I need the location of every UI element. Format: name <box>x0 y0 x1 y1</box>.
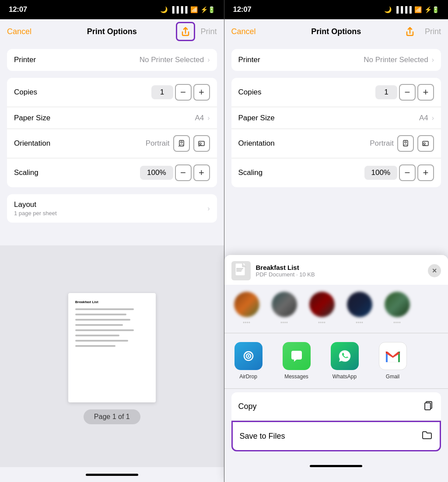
sheet-close-button[interactable]: ✕ <box>428 264 441 277</box>
left-paper-size-value: A4 <box>195 114 204 122</box>
left-scaling-value: 100% <box>140 166 173 180</box>
left-scaling-plus[interactable]: + <box>193 164 210 181</box>
contact-avatar-2 <box>272 292 297 317</box>
left-signal-icon: ▐▐▐▐ <box>170 6 188 13</box>
app-label-gmail: Gmail <box>386 374 399 380</box>
app-item-gmail[interactable]: Gmail <box>369 339 417 383</box>
right-paper-size-row[interactable]: Paper Size A4 › <box>231 107 441 129</box>
contact-name-1: •••• <box>243 320 250 326</box>
left-nav-bar: Cancel Print Options Print <box>0 19 224 44</box>
left-page-indicator: Page 1 of 1 <box>84 409 140 424</box>
left-home-indicator <box>86 474 138 476</box>
app-item-airdrop[interactable]: AirDrop <box>224 339 273 383</box>
left-copies-label: Copies <box>14 88 37 97</box>
contact-name-3: •••• <box>318 320 326 326</box>
apps-row: AirDrop Messages WhatsAp <box>224 333 448 389</box>
left-time: 12:07 <box>9 5 27 14</box>
left-settings-content: Printer No Printer Selected › Copies 1 −… <box>0 44 224 245</box>
svg-text:+: + <box>178 145 180 147</box>
contact-item-3[interactable]: •••• <box>307 292 337 326</box>
left-copies-plus[interactable]: + <box>193 84 210 101</box>
svg-point-9 <box>424 143 425 144</box>
preview-line-5 <box>75 329 134 331</box>
contact-item-2[interactable]: •••• <box>269 292 300 326</box>
right-orientation-row: Orientation Portrait <box>231 129 441 158</box>
right-printer-value: No Printer Selected <box>364 56 428 64</box>
right-landscape-btn[interactable] <box>417 135 434 152</box>
contact-item-4[interactable]: •••• <box>344 292 375 326</box>
left-home-bar <box>0 467 224 482</box>
right-orientation-value-container: Portrait <box>370 135 434 152</box>
sheet-file-info: Breakfast List PDF Document · 10 KB <box>256 264 428 278</box>
svg-rect-12 <box>236 269 242 270</box>
right-share-button[interactable] <box>400 22 420 41</box>
gmail-icon <box>379 342 407 370</box>
contact-item-1[interactable]: •••• <box>231 292 262 326</box>
left-cancel-button[interactable]: Cancel <box>7 27 32 36</box>
left-printer-row[interactable]: Printer No Printer Selected › <box>7 49 217 71</box>
left-orientation-value: Portrait <box>146 139 170 148</box>
app-item-whatsapp[interactable]: WhatsApp <box>321 339 369 383</box>
left-printer-chevron: › <box>207 56 210 64</box>
left-orientation-label: Orientation <box>14 139 50 148</box>
right-copies-row: Copies 1 − + <box>231 78 441 107</box>
svg-rect-13 <box>236 271 242 272</box>
left-share-button[interactable] <box>176 22 195 41</box>
svg-rect-11 <box>236 268 243 269</box>
left-scaling-minus[interactable]: − <box>175 164 192 181</box>
left-copies-row: Copies 1 − + <box>7 78 217 107</box>
left-preview-page: Breakfast List <box>68 293 156 402</box>
sheet-file-meta: PDF Document · 10 KB <box>256 271 428 278</box>
right-scaling-minus[interactable]: − <box>399 164 416 181</box>
folder-svg <box>421 429 433 440</box>
left-print-button[interactable]: Print <box>200 27 217 36</box>
left-scaling-stepper: 100% − + <box>140 164 210 181</box>
left-layout-section: Layout 1 page per sheet › <box>7 194 217 223</box>
right-battery-icon: ⚡🔋 <box>424 6 439 13</box>
right-options-section: Copies 1 − + Paper Size A4 › Orientation… <box>231 78 441 187</box>
left-copies-minus[interactable]: − <box>175 84 192 101</box>
preview-doc-title: Breakfast List <box>75 300 149 304</box>
preview-line-7 <box>75 340 128 342</box>
save-to-files-action[interactable]: Save to Files <box>231 421 441 451</box>
app-label-airdrop: AirDrop <box>239 374 257 380</box>
preview-line-2 <box>75 314 127 315</box>
right-status-icons: 🌙 ▐▐▐▐ 📶 ⚡🔋 <box>384 6 439 13</box>
right-scaling-value: 100% <box>364 166 397 180</box>
right-printer-row[interactable]: Printer No Printer Selected › <box>231 49 441 71</box>
right-printer-label: Printer <box>238 56 260 64</box>
contacts-row: •••• •••• •••• •••• •••• <box>224 285 448 333</box>
left-landscape-btn[interactable]: + <box>193 135 210 152</box>
left-nav-title: Print Options <box>87 27 137 36</box>
contact-name-2: •••• <box>280 320 288 326</box>
right-print-button[interactable]: Print <box>425 27 441 36</box>
copy-action[interactable]: Copy <box>231 392 441 421</box>
contact-item-5[interactable]: •••• <box>382 292 413 326</box>
right-copies-plus[interactable]: + <box>417 84 434 101</box>
preview-line-4 <box>75 324 123 326</box>
left-printer-value-container: No Printer Selected › <box>140 56 210 64</box>
right-cancel-button[interactable]: Cancel <box>231 27 256 36</box>
left-wifi-icon: 📶 <box>190 6 198 13</box>
right-moon-icon: 🌙 <box>384 6 392 13</box>
left-paper-size-row[interactable]: Paper Size A4 › <box>7 107 217 129</box>
right-copies-minus[interactable]: − <box>399 84 416 101</box>
contact-avatar-5 <box>385 292 410 317</box>
right-portrait-btn[interactable] <box>397 135 414 152</box>
svg-rect-21 <box>425 403 430 410</box>
right-share-icon <box>405 26 415 37</box>
right-orientation-label: Orientation <box>238 139 275 148</box>
left-layout-row[interactable]: Layout 1 page per sheet › <box>7 194 217 223</box>
portrait-icon: + <box>178 140 186 147</box>
preview-line-6 <box>75 335 119 336</box>
left-moon-icon: 🌙 <box>160 6 168 13</box>
right-paper-size-label: Paper Size <box>238 114 275 122</box>
left-nav-right: Print <box>176 22 217 41</box>
left-portrait-btn[interactable]: + <box>173 135 190 152</box>
sheet-actions: Copy Save to Files <box>224 389 448 455</box>
app-item-messages[interactable]: Messages <box>273 339 321 383</box>
app-label-whatsapp: WhatsApp <box>332 374 357 380</box>
whatsapp-icon <box>331 342 359 370</box>
right-scaling-plus[interactable]: + <box>417 164 434 181</box>
contact-name-5: •••• <box>393 320 401 326</box>
